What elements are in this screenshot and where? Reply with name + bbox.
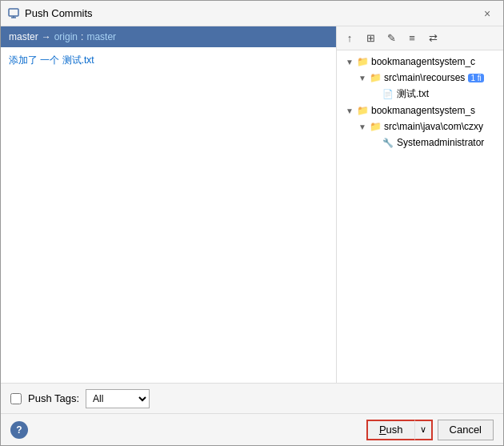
svg-rect-0 bbox=[9, 9, 18, 16]
toggle-4[interactable]: ▼ bbox=[343, 104, 356, 117]
push-tags-label: Push Tags: bbox=[28, 392, 79, 404]
arrow: → bbox=[42, 31, 51, 42]
toolbar-btn-2[interactable]: ⊞ bbox=[361, 30, 380, 47]
file-tree: ▼ 📁 bookmanagentsystem_c ▼ 📁 src\main\re… bbox=[337, 50, 503, 383]
title-bar-left: Push Commits bbox=[7, 7, 93, 20]
toggle-6 bbox=[369, 136, 382, 149]
toolbar-btn-5[interactable]: ⇄ bbox=[423, 30, 442, 47]
file-label-2: Systemadministrator bbox=[397, 137, 484, 148]
push-btn-group: Push ∨ bbox=[366, 420, 433, 440]
push-commits-dialog: Push Commits × master → origin : master … bbox=[0, 0, 504, 446]
dialog-title: Push Commits bbox=[25, 7, 93, 19]
cancel-button[interactable]: Cancel bbox=[438, 420, 494, 440]
push-icon bbox=[7, 7, 20, 20]
branch-to-link[interactable]: master bbox=[86, 31, 116, 42]
toggle-3 bbox=[369, 88, 382, 101]
right-panel: ↑ ⊞ ✎ ≡ ⇄ ▼ 📁 bookmanagentsystem_c ▼ bbox=[337, 26, 503, 383]
branch-from: master bbox=[9, 31, 38, 42]
toolbar-btn-3[interactable]: ✎ bbox=[382, 30, 401, 47]
action-buttons: Push ∨ Cancel bbox=[366, 420, 494, 440]
tree-item-folder-4[interactable]: ▼ 📁 src\main\java\com\czxy bbox=[337, 119, 503, 135]
commit-header: master → origin : master bbox=[1, 26, 336, 47]
bottom-actions: ? Push ∨ Cancel bbox=[1, 413, 503, 445]
file-label-1: 测试.txt bbox=[397, 87, 429, 101]
toggle-1[interactable]: ▼ bbox=[343, 55, 356, 68]
toggle-2[interactable]: ▼ bbox=[356, 71, 369, 84]
tree-item-folder-3[interactable]: ▼ 📁 bookmanagentsystem_s bbox=[337, 102, 503, 119]
toggle-5[interactable]: ▼ bbox=[356, 120, 369, 133]
push-tags-bar: Push Tags: All bbox=[1, 383, 503, 413]
toolbar-btn-1[interactable]: ↑ bbox=[340, 30, 359, 47]
commit-list: 添加了 一个 测试.txt bbox=[1, 47, 336, 383]
folder-label-3: bookmanagentsystem_s bbox=[371, 105, 475, 116]
folder-label-4: src\main\java\com\czxy bbox=[384, 121, 483, 132]
push-tags-checkbox[interactable] bbox=[10, 393, 22, 404]
folder-icon-3: 📁 bbox=[356, 104, 369, 117]
badge-1: 1 fi bbox=[468, 74, 483, 82]
commit-item[interactable]: 添加了 一个 测试.txt bbox=[1, 50, 336, 70]
folder-icon-4: 📁 bbox=[369, 120, 382, 133]
close-button[interactable]: × bbox=[478, 4, 497, 23]
main-content: master → origin : master 添加了 一个 测试.txt ↑… bbox=[1, 26, 503, 383]
remote-link[interactable]: origin bbox=[54, 31, 78, 42]
push-button[interactable]: Push bbox=[366, 420, 415, 440]
push-dropdown-button[interactable]: ∨ bbox=[415, 420, 433, 440]
folder-icon-1: 📁 bbox=[356, 55, 369, 68]
help-button[interactable]: ? bbox=[10, 421, 28, 439]
tree-item-folder-2[interactable]: ▼ 📁 src\main\recourses 1 fi bbox=[337, 70, 503, 86]
push-underline: Push bbox=[379, 424, 403, 436]
tree-item-file-2[interactable]: 🔧 Systemadministrator bbox=[337, 135, 503, 151]
folder-icon-2: 📁 bbox=[369, 71, 382, 84]
tags-dropdown[interactable]: All bbox=[86, 389, 150, 408]
file-icon-1: 📄 bbox=[382, 88, 394, 101]
file-icon-2: 🔧 bbox=[382, 136, 394, 149]
folder-label-2: src\main\recourses bbox=[384, 72, 465, 83]
folder-label-1: bookmanagentsystem_c bbox=[371, 56, 475, 67]
left-panel: master → origin : master 添加了 一个 测试.txt bbox=[1, 26, 337, 383]
separator: : bbox=[81, 31, 83, 42]
right-toolbar: ↑ ⊞ ✎ ≡ ⇄ bbox=[337, 26, 503, 50]
title-bar: Push Commits × bbox=[1, 1, 503, 26]
tree-item-file-1[interactable]: 📄 测试.txt bbox=[337, 86, 503, 102]
toolbar-btn-4[interactable]: ≡ bbox=[402, 30, 422, 47]
tree-item-folder-1[interactable]: ▼ 📁 bookmanagentsystem_c bbox=[337, 54, 503, 70]
